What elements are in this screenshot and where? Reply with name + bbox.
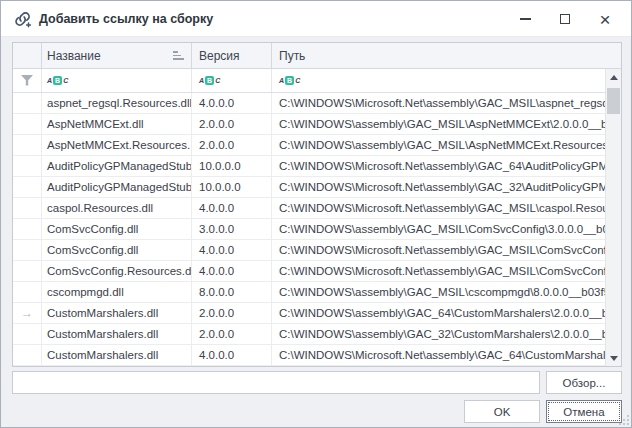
row-indicator <box>13 219 42 239</box>
table-row[interactable]: AspNetMMCExt.dll2.0.0.0C:\WINDOWS\assemb… <box>13 114 605 135</box>
cell-name: CustomMarshalers.dll <box>42 303 192 323</box>
add-assembly-reference-dialog: Добавить ссылку на сборку × Название Вер… <box>0 0 632 428</box>
cell-name: caspol.Resources.dll <box>42 198 192 218</box>
cell-version: 2.0.0.0 <box>192 114 272 134</box>
grid-rows: aspnet_regsql.Resources.dll4.0.0.0C:\WIN… <box>13 93 605 366</box>
scroll-down-button[interactable] <box>606 350 622 366</box>
cell-name: ComSvcConfig.dll <box>42 219 192 239</box>
link-plus-icon <box>13 9 33 29</box>
cell-path: C:\WINDOWS\Microsoft.Net\assembly\GAC_MS… <box>272 240 605 260</box>
cell-name: ComSvcConfig.dll <box>42 240 192 260</box>
abc-filter-icon: ABC <box>47 76 68 85</box>
dialog-title: Добавить ссылку на сборку <box>39 12 213 26</box>
cell-path: C:\WINDOWS\assembly\GAC_64\CustomMarshal… <box>272 303 605 323</box>
cell-version: 4.0.0.0 <box>192 261 272 281</box>
cell-version: 3.0.0.0 <box>192 219 272 239</box>
cell-name: aspnet_regsql.Resources.dll <box>42 93 192 113</box>
cell-path: C:\WINDOWS\Microsoft.Net\assembly\GAC_MS… <box>272 93 605 113</box>
row-indicator <box>13 282 42 302</box>
table-row[interactable]: AuditPolicyGPManagedStub...10.0.0.0C:\WI… <box>13 156 605 177</box>
column-header-name-label: Название <box>47 49 101 63</box>
resize-grip[interactable] <box>617 413 629 425</box>
table-row[interactable]: aspnet_regsql.Resources.dll4.0.0.0C:\WIN… <box>13 93 605 114</box>
row-indicator <box>13 93 42 113</box>
table-row[interactable]: CustomMarshalers.dll2.0.0.0C:\WINDOWS\as… <box>13 324 605 345</box>
cell-path: C:\WINDOWS\Microsoft.Net\assembly\GAC_32… <box>272 177 605 197</box>
column-header-path-label: Путь <box>279 49 305 63</box>
table-row[interactable]: ComSvcConfig.Resources.dll4.0.0.0C:\WIND… <box>13 261 605 282</box>
cell-path: C:\WINDOWS\Microsoft.Net\assembly\GAC_MS… <box>272 198 605 218</box>
cell-path: C:\WINDOWS\assembly\GAC_32\CustomMarshal… <box>272 324 605 344</box>
cell-version: 4.0.0.0 <box>192 198 272 218</box>
cell-version: 10.0.0.0 <box>192 177 272 197</box>
titlebar: Добавить ссылку на сборку × <box>1 1 631 37</box>
cell-name: AuditPolicyGPManagedStub... <box>42 156 192 176</box>
scroll-down-icon <box>610 356 618 361</box>
filter-cell-version[interactable]: ABC <box>192 69 272 92</box>
browse-button[interactable]: Обзор... <box>546 371 622 394</box>
assembly-path-input[interactable] <box>12 371 540 394</box>
minimize-button[interactable] <box>505 1 545 37</box>
cell-name: cscompmgd.dll <box>42 282 192 302</box>
cell-name: CustomMarshalers.dll <box>42 345 192 365</box>
row-indicator <box>13 261 42 281</box>
funnel-icon <box>21 75 33 86</box>
row-indicator <box>13 177 42 197</box>
table-row[interactable]: cscompmgd.dll8.0.0.0C:\WINDOWS\assembly\… <box>13 282 605 303</box>
scroll-up-button[interactable] <box>606 69 622 85</box>
filter-funnel-cell[interactable] <box>13 69 42 92</box>
row-indicator <box>13 198 42 218</box>
row-indicator <box>13 324 42 344</box>
column-header-version-label: Версия <box>199 49 240 63</box>
table-row[interactable]: AuditPolicyGPManagedStub...10.0.0.0C:\WI… <box>13 177 605 198</box>
sort-ascending-icon <box>173 51 184 60</box>
maximize-button[interactable] <box>545 1 585 37</box>
scroll-up-icon <box>610 75 618 80</box>
cell-path: C:\WINDOWS\Microsoft.Net\assembly\GAC_64… <box>272 345 605 365</box>
vertical-scrollbar[interactable] <box>605 69 621 366</box>
row-indicator <box>13 135 42 155</box>
table-row[interactable]: ComSvcConfig.dll4.0.0.0C:\WINDOWS\Micros… <box>13 240 605 261</box>
row-indicator <box>13 156 42 176</box>
cell-name: AuditPolicyGPManagedStub... <box>42 177 192 197</box>
minimize-icon <box>520 18 531 20</box>
cancel-button[interactable]: Отмена <box>546 400 622 423</box>
cell-path: C:\WINDOWS\assembly\GAC_MSIL\AspNetMMCEx… <box>272 135 605 155</box>
cell-version: 4.0.0.0 <box>192 240 272 260</box>
cell-path: C:\WINDOWS\assembly\GAC_MSIL\cscompmgd\8… <box>272 282 605 302</box>
cell-version: 2.0.0.0 <box>192 324 272 344</box>
filter-row: ABC ABC ABC <box>13 69 605 93</box>
cell-version: 4.0.0.0 <box>192 345 272 365</box>
table-row[interactable]: caspol.Resources.dll4.0.0.0C:\WINDOWS\Mi… <box>13 198 605 219</box>
column-header-path[interactable]: Путь <box>272 43 621 68</box>
cell-name: AspNetMMCExt.dll <box>42 114 192 134</box>
scrollbar-thumb[interactable] <box>607 88 620 114</box>
header-indicator-cell <box>13 43 42 68</box>
column-header-name[interactable]: Название <box>42 43 192 68</box>
table-row[interactable]: CustomMarshalers.dll4.0.0.0C:\WINDOWS\Mi… <box>13 345 605 366</box>
grid-content: ABC ABC ABC aspnet_regsql.Resources.dll4… <box>13 69 605 366</box>
filter-cell-path[interactable]: ABC <box>272 69 605 92</box>
cell-name: CustomMarshalers.dll <box>42 324 192 344</box>
grid-body: ABC ABC ABC aspnet_regsql.Resources.dll4… <box>13 69 621 366</box>
abc-filter-icon: ABC <box>199 76 220 85</box>
cell-name: AspNetMMCExt.Resources... <box>42 135 192 155</box>
assembly-grid: Название Версия Путь ABC <box>12 42 622 367</box>
row-indicator <box>13 345 42 365</box>
maximize-icon <box>560 14 570 24</box>
row-indicator <box>13 240 42 260</box>
cell-path: C:\WINDOWS\Microsoft.Net\assembly\GAC_64… <box>272 156 605 176</box>
table-row[interactable]: ComSvcConfig.dll3.0.0.0C:\WINDOWS\assemb… <box>13 219 605 240</box>
cell-version: 8.0.0.0 <box>192 282 272 302</box>
table-row[interactable]: AspNetMMCExt.Resources...2.0.0.0C:\WINDO… <box>13 135 605 156</box>
close-icon: × <box>599 10 610 29</box>
close-button[interactable]: × <box>585 1 625 37</box>
column-header-version[interactable]: Версия <box>192 43 272 68</box>
cell-path: C:\WINDOWS\Microsoft.Net\assembly\GAC_MS… <box>272 261 605 281</box>
ok-button[interactable]: OK <box>464 400 540 423</box>
window-controls: × <box>505 1 625 37</box>
filter-cell-name[interactable]: ABC <box>42 69 192 92</box>
row-indicator: → <box>13 303 42 323</box>
table-row[interactable]: →CustomMarshalers.dll2.0.0.0C:\WINDOWS\a… <box>13 303 605 324</box>
cell-version: 10.0.0.0 <box>192 156 272 176</box>
